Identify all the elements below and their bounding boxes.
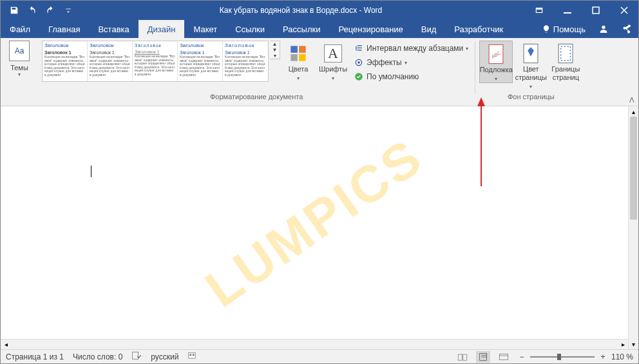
qat-customize-icon[interactable] <box>60 1 77 19</box>
paragraph-spacing-button[interactable]: Интервал между абзацами ▾ <box>351 42 471 55</box>
document-page[interactable]: LUMPICS <box>1 106 628 339</box>
paragraph-spacing-icon <box>354 43 364 53</box>
collapse-ribbon-icon[interactable]: ᐱ <box>629 96 634 104</box>
window-title: Как убрать водяной знак в Ворде.docx - W… <box>77 6 525 15</box>
style-thumb[interactable]: Заголовок Заголовок 1 Коллекция на вклад… <box>133 41 178 81</box>
tab-home[interactable]: Главная <box>39 20 89 38</box>
close-icon[interactable] <box>610 1 638 20</box>
svg-rect-6 <box>299 46 306 53</box>
watermark-icon: ABC <box>486 43 506 66</box>
ribbon-display-icon[interactable] <box>525 1 553 20</box>
zoom-control: − + 110 % <box>517 352 633 361</box>
style-gallery[interactable]: Заголовок Заголовок 1 Коллекция на вклад… <box>42 41 269 82</box>
set-default-button[interactable]: По умолчанию <box>351 70 471 83</box>
spellcheck-icon[interactable] <box>131 351 142 362</box>
svg-rect-7 <box>291 54 298 61</box>
svg-rect-3 <box>593 7 599 14</box>
page-color-icon <box>520 42 541 65</box>
web-layout-icon[interactable] <box>497 351 511 363</box>
zoom-slider[interactable] <box>530 356 595 358</box>
account-icon[interactable] <box>592 20 615 38</box>
gallery-more-icon[interactable]: ▾ <box>270 53 280 59</box>
gallery-up-icon[interactable]: ▲ <box>270 41 280 47</box>
print-layout-icon[interactable] <box>476 351 490 363</box>
tab-mailings[interactable]: Рассылки <box>274 20 329 38</box>
svg-rect-1 <box>536 8 542 10</box>
gallery-scroll: ▲ ▼ ▾ <box>270 41 280 59</box>
status-bar: Страница 1 из 1 Число слов: 0 русский − … <box>1 349 638 363</box>
scroll-left-icon[interactable]: ◂ <box>1 340 11 349</box>
ribbon-tabs: Файл Главная Вставка Дизайн Макет Ссылки… <box>1 20 638 38</box>
svg-rect-2 <box>564 12 571 14</box>
quick-access-toolbar <box>1 1 77 19</box>
fonts-icon: A <box>323 42 343 65</box>
horizontal-scrollbar[interactable]: ◂ ▸ <box>1 339 628 349</box>
scroll-up-icon[interactable]: ▴ <box>629 106 638 117</box>
svg-point-4 <box>602 26 605 29</box>
vertical-scrollbar[interactable]: ▴ ▾ <box>628 106 638 349</box>
svg-rect-17 <box>133 352 138 359</box>
style-thumb[interactable]: Заголовок Заголовок 1 Коллекция на вклад… <box>178 41 223 81</box>
tab-review[interactable]: Рецензирование <box>329 20 412 38</box>
svg-rect-5 <box>291 46 298 53</box>
themes-button[interactable]: Aa Темы ▾ <box>5 41 34 77</box>
style-thumb[interactable]: Заголовок Заголовок 1 Коллекция на вклад… <box>43 41 88 81</box>
tell-me-label: Помощь <box>553 24 586 34</box>
svg-rect-19 <box>190 354 191 356</box>
svg-point-10 <box>358 61 360 64</box>
macro-icon[interactable] <box>187 351 196 362</box>
minimize-icon[interactable] <box>553 1 582 20</box>
style-thumb[interactable]: Заголовок Заголовок 1 Коллекция на вклад… <box>223 41 268 81</box>
svg-rect-18 <box>189 352 196 358</box>
svg-rect-20 <box>193 354 195 356</box>
text-cursor <box>91 166 91 177</box>
gallery-down-icon[interactable]: ▼ <box>270 47 280 53</box>
ribbon: Aa Темы ▾ Заголовок Заголовок 1 Коллекци… <box>1 38 638 106</box>
tab-developer[interactable]: Разработчик <box>445 20 512 38</box>
page-container: LUMPICS ◂ ▸ <box>1 106 628 349</box>
status-language[interactable]: русский <box>151 352 178 361</box>
page-borders-icon <box>555 42 576 65</box>
tab-layout[interactable]: Макет <box>184 20 226 38</box>
scroll-thumb[interactable] <box>630 117 637 220</box>
zoom-out-button[interactable]: − <box>517 352 526 361</box>
redo-icon[interactable] <box>42 1 59 19</box>
watermark-text: LUMPICS <box>195 127 434 319</box>
read-mode-icon[interactable] <box>455 351 470 363</box>
tab-references[interactable]: Ссылки <box>226 20 274 38</box>
zoom-in-button[interactable]: + <box>598 352 607 361</box>
tab-insert[interactable]: Вставка <box>89 20 138 38</box>
themes-icon: Aa <box>9 41 30 61</box>
doc-format-options: Интервал между абзацами ▾ Эффекты ▾ <box>351 41 471 83</box>
fonts-button[interactable]: A Шрифты▾ <box>316 41 350 82</box>
lightbulb-icon <box>542 24 551 34</box>
app-window: Как убрать водяной знак в Ворде.docx - W… <box>0 0 639 364</box>
undo-icon[interactable] <box>24 1 41 19</box>
zoom-level[interactable]: 110 % <box>611 352 633 361</box>
style-thumb[interactable]: Заголовок Заголовок 1 Коллекция на вклад… <box>88 41 133 81</box>
group-page-background: ABC Подложка▾ Цвет страницы ▾ Границы ст… <box>475 38 586 106</box>
share-icon[interactable] <box>615 20 638 38</box>
save-icon[interactable] <box>6 1 23 19</box>
svg-rect-24 <box>499 354 508 359</box>
tab-design[interactable]: Дизайн <box>138 20 185 38</box>
maximize-icon[interactable] <box>582 1 610 20</box>
tab-file[interactable]: Файл <box>1 20 39 38</box>
svg-rect-8 <box>299 54 306 61</box>
status-page[interactable]: Страница 1 из 1 <box>6 352 64 361</box>
page-color-button[interactable]: Цвет страницы ▾ <box>514 41 548 91</box>
document-area: LUMPICS ◂ ▸ ▴ ▾ <box>1 106 638 349</box>
colors-button[interactable]: Цвета▾ <box>281 41 315 82</box>
tell-me[interactable]: Помощь <box>535 20 592 38</box>
status-word-count[interactable]: Число слов: 0 <box>73 352 122 361</box>
effects-button[interactable]: Эффекты ▾ <box>351 56 471 69</box>
title-bar: Как убрать водяной знак в Ворде.docx - W… <box>1 1 638 20</box>
scroll-down-icon[interactable]: ▾ <box>629 339 638 349</box>
group-doc-formatting: Заголовок Заголовок 1 Коллекция на вклад… <box>38 38 475 106</box>
page-borders-button[interactable]: Границы страниц <box>549 41 582 82</box>
effects-icon <box>354 57 364 68</box>
tab-view[interactable]: Вид <box>412 20 446 38</box>
scroll-right-icon[interactable]: ▸ <box>618 340 628 349</box>
colors-icon <box>288 42 309 65</box>
watermark-button[interactable]: ABC Подложка▾ <box>479 41 513 83</box>
